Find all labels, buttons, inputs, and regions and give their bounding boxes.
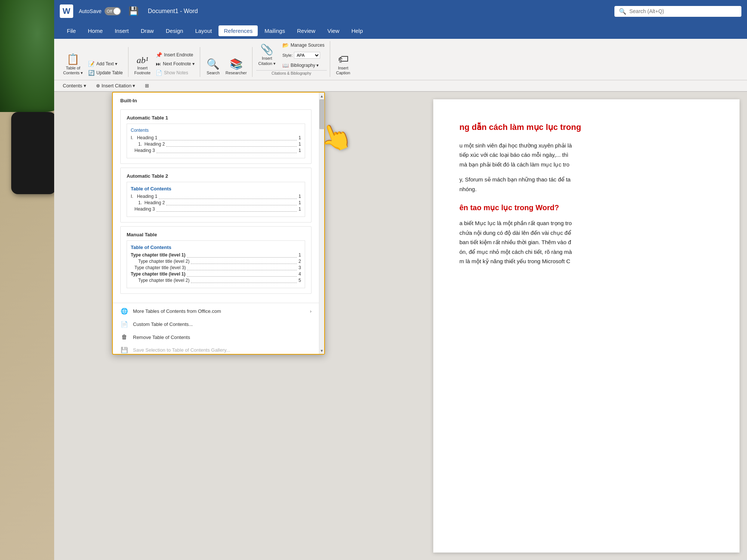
autosave-toggle[interactable]: Off	[105, 7, 121, 15]
style-select[interactable]: APA MLA Chicago	[294, 52, 320, 59]
dropdown-scroll-area[interactable]: Built-In Automatic Table 1 Contents I. H…	[113, 93, 319, 354]
custom-toc-icon: 📄	[120, 321, 128, 328]
toc-subgroup: 📝 Add Text ▾ 🔄 Update Table	[86, 60, 125, 77]
doc-para-3: a biết Mục lục là một phần rất quan trọn…	[459, 218, 713, 266]
style-row: Style: APA MLA Chicago	[280, 51, 327, 60]
toc-entry: Type chapter title (level 3) 3	[131, 265, 301, 270]
bibliography-button[interactable]: 📖 Bibliography ▾	[280, 61, 327, 69]
endnote-icon: 📌	[156, 52, 162, 58]
sub-insert-citation-btn[interactable]: ⊕ Insert Citation ▾	[93, 82, 139, 90]
main-area: ng dẫn cách làm mục lục trong u một sinh…	[54, 92, 747, 560]
doc-title: ng dẫn cách làm mục lục trong	[459, 122, 713, 133]
globe-icon: 🌐	[120, 308, 128, 315]
autosave-label: AutoSave	[79, 8, 102, 14]
citation-label: InsertCitation ▾	[258, 56, 276, 66]
menu-item-view[interactable]: View	[322, 25, 344, 36]
menu-item-mailings[interactable]: Mailings	[259, 25, 290, 36]
manual-table-heading: Manual Table	[127, 232, 305, 237]
manual-table-preview[interactable]: Manual Table Table of Contents Type chap…	[120, 226, 311, 294]
sub-expand-btn[interactable]: ⊞	[142, 82, 152, 90]
remove-toc-label: Remove Table of Contents	[133, 335, 190, 340]
doc-para-1: u một sinh viên đại học thường xuyên phả…	[459, 141, 713, 169]
save-button[interactable]: 💾	[128, 6, 139, 16]
background-phone	[11, 112, 56, 194]
sub-citation-label: Insert Citation ▾	[102, 83, 136, 88]
insert-endnote-button[interactable]: 📌 Insert Endnote	[154, 51, 197, 59]
title-bar: W AutoSave Off 💾 Document1 - Word 🔍	[54, 0, 747, 22]
custom-toc-item[interactable]: 📄 Custom Table of Contents...	[113, 318, 319, 331]
scroll-up-arrow[interactable]: ▲	[319, 93, 325, 99]
footnote-subgroup: 📌 Insert Endnote ⏭ Next Footnote ▾ 📄 Sho…	[154, 51, 197, 77]
update-table-button[interactable]: 🔄 Update Table	[86, 69, 125, 77]
researcher-label: Researcher	[226, 71, 247, 75]
arrow-icon: ›	[310, 308, 311, 314]
remove-toc-item[interactable]: 🗑 Remove Table of Contents	[113, 331, 319, 343]
auto-table-2-preview[interactable]: Automatic Table 2 Table of Contents I. H…	[120, 168, 311, 223]
toc-entry: 1. Heading 2 1	[131, 141, 301, 147]
search-icon: 🔍	[619, 8, 626, 15]
more-toc-label: More Tables of Contents from Office.com	[133, 308, 221, 314]
menu-item-draw[interactable]: Draw	[136, 25, 159, 36]
show-notes-button[interactable]: 📄 Show Notes	[154, 69, 197, 77]
document-title: Document1 - Word	[148, 8, 198, 15]
menu-item-file[interactable]: File	[62, 25, 81, 36]
manage-sources-button[interactable]: 📂 Manage Sources	[280, 41, 327, 49]
table-of-contents-button[interactable]: 📋 Table ofContents ▾	[61, 53, 85, 77]
auto-table-1-heading: Automatic Table 1	[127, 115, 305, 121]
built-in-section: Built-In Automatic Table 1 Contents I. H…	[113, 93, 319, 301]
menu-item-home[interactable]: Home	[83, 25, 108, 36]
scroll-down-arrow[interactable]: ▼	[319, 347, 325, 354]
add-text-button[interactable]: 📝 Add Text ▾	[86, 60, 125, 68]
manage-sources-label: Manage Sources	[291, 43, 325, 48]
update-table-label: Update Table	[96, 70, 123, 75]
manual-table-toc-title: Table of Contents	[131, 245, 301, 250]
insert-citation-button[interactable]: 📎 InsertCitation ▾	[256, 43, 278, 67]
auto-table-2-heading: Automatic Table 2	[127, 173, 305, 179]
contents-dropdown-btn[interactable]: Contents ▾	[60, 82, 89, 90]
doc-body: u một sinh viên đại học thường xuyên phả…	[459, 141, 713, 266]
next-footnote-icon: ⏭	[156, 61, 161, 67]
auto-table-1-preview[interactable]: Automatic Table 1 Contents I. Heading 1 …	[120, 109, 311, 164]
menu-item-help[interactable]: Help	[346, 25, 368, 36]
insert-caption-button[interactable]: 🏷 InsertCaption	[334, 53, 353, 77]
autosave-state: Off	[107, 9, 112, 13]
citation-icon: 📎	[260, 44, 273, 55]
more-toc-item[interactable]: 🌐 More Tables of Contents from Office.co…	[113, 305, 319, 318]
ribbon-group-citation: 📎 InsertCitation ▾ 📂 Manage Sources Styl…	[253, 41, 330, 77]
auto-table-1-toc-title: Contents	[131, 128, 301, 133]
next-footnote-button[interactable]: ⏭ Next Footnote ▾	[154, 60, 197, 68]
show-notes-icon: 📄	[156, 70, 162, 76]
researcher-button[interactable]: 📚 Researcher	[223, 57, 249, 77]
toc-entry: 1. Heading 2 1	[131, 200, 301, 205]
menu-bar: File Home Insert Draw Design Layout Refe…	[54, 22, 747, 39]
dropdown-divider	[113, 303, 319, 303]
ribbon-group-caption: 🏷 InsertCaption	[331, 47, 356, 77]
sub-citation-icon: ⊕	[96, 83, 100, 88]
citation-group-label: Citations & Bibliography	[256, 70, 327, 75]
toc-entry: Type chapter title (level 1) 1	[131, 252, 301, 258]
menu-item-design[interactable]: Design	[161, 25, 189, 36]
menu-item-layout[interactable]: Layout	[190, 25, 217, 36]
update-table-icon: 🔄	[88, 70, 94, 76]
search-ribbon-label: Search	[207, 71, 220, 75]
remove-icon: 🗑	[120, 334, 128, 340]
search-input[interactable]	[629, 8, 737, 14]
ribbon-group-toc: 📋 Table ofContents ▾ 📝 Add Text ▾ 🔄 Upda…	[58, 47, 128, 77]
researcher-icon: 📚	[230, 59, 243, 69]
search-button[interactable]: 🔍 Search	[204, 57, 223, 77]
title-search-bar[interactable]: 🔍	[614, 6, 741, 17]
word-window: W AutoSave Off 💾 Document1 - Word 🔍 File…	[54, 0, 747, 560]
menu-item-references[interactable]: References	[218, 25, 258, 36]
toc-entry: Heading 3 1	[131, 206, 301, 212]
menu-item-review[interactable]: Review	[292, 25, 320, 36]
menu-item-insert[interactable]: Insert	[109, 25, 134, 36]
ribbon-group-search: 🔍 Search 📚 Researcher	[201, 47, 252, 77]
toggle-knob	[114, 8, 120, 15]
footnote-icon: ab¹	[137, 56, 148, 65]
word-logo: W	[60, 4, 73, 18]
toc-entry: Type chapter title (level 2) 2	[131, 259, 301, 264]
expand-icon: ⊞	[145, 83, 149, 88]
doc-subtitle: ên tao mục lục trong Word?	[459, 201, 713, 214]
autosave-area: AutoSave Off	[79, 7, 121, 15]
insert-footnote-button[interactable]: ab¹ InsertFootnote	[132, 54, 153, 77]
